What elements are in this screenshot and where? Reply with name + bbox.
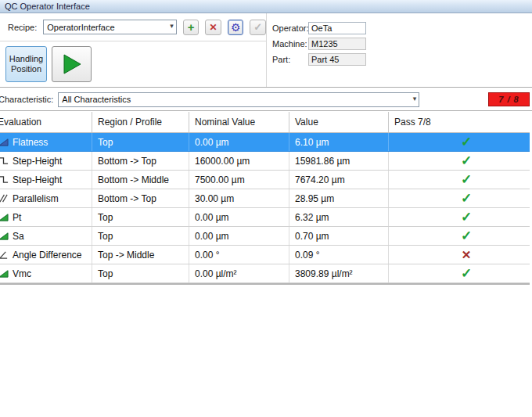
start-measurement-button[interactable] bbox=[52, 46, 92, 82]
column-header-evaluation[interactable]: Evaluation bbox=[0, 112, 92, 132]
nominal-value: 0.00 µm bbox=[195, 212, 229, 223]
evaluation-name: Vmc bbox=[13, 268, 31, 279]
nominal-value: 0.00 ° bbox=[195, 250, 220, 261]
roughness-icon bbox=[0, 268, 9, 279]
step-height-icon bbox=[0, 156, 9, 166]
results-table-body: Flatness Top 0.00 µm 6.10 µm ✓ Step-Heig… bbox=[0, 133, 530, 283]
evaluation-name: Angle Difference bbox=[13, 250, 82, 261]
job-info-section: Operator: OeTa Machine: M1235 Part: Part… bbox=[267, 13, 532, 87]
parallelism-icon bbox=[0, 193, 9, 203]
evaluation-type-icon bbox=[0, 156, 13, 167]
recipe-section: Recipe: OperatorInterface ▾ + ✕ ⚙ ✓ bbox=[0, 13, 267, 87]
evaluation-name: Sa bbox=[13, 231, 24, 242]
measured-value: 6.10 µm bbox=[295, 137, 329, 148]
region-profile: Top bbox=[98, 212, 113, 223]
evaluation-type-icon bbox=[0, 137, 13, 148]
window-title: QC Operator Interface bbox=[5, 2, 90, 11]
measured-value: 15981.86 µm bbox=[295, 156, 350, 167]
characteristic-label: Characteristic: bbox=[0, 95, 53, 104]
operator-field[interactable]: OeTa bbox=[308, 22, 366, 34]
pass-status-icon: ✕ bbox=[462, 248, 472, 262]
operator-row: Operator: OeTa bbox=[272, 22, 532, 34]
machine-field: M1235 bbox=[308, 38, 366, 50]
settings-button[interactable]: ⚙ bbox=[228, 20, 244, 35]
region-profile: Top bbox=[98, 137, 113, 148]
part-field: Part 45 bbox=[308, 53, 366, 66]
characteristic-bar: Characteristic: All Characteristics ▾ 7 … bbox=[0, 88, 532, 110]
nominal-value: 16000.00 µm bbox=[195, 156, 250, 167]
region-profile: Top bbox=[98, 268, 113, 279]
pass-count-badge: 7 / 8 bbox=[488, 92, 530, 106]
table-row[interactable]: Parallelism Bottom -> Top 30.00 µm 28.95… bbox=[0, 189, 530, 208]
recipe-row: Recipe: OperatorInterface ▾ + ✕ ⚙ ✓ bbox=[0, 13, 266, 41]
column-header-pass[interactable]: Pass 7/8 bbox=[389, 112, 530, 132]
pass-status-icon: ✓ bbox=[461, 265, 472, 282]
part-label: Part: bbox=[272, 55, 308, 64]
table-row[interactable]: Vmc Top 0.00 µl/m² 3809.89 µl/m² ✓ bbox=[0, 264, 530, 283]
play-icon bbox=[62, 53, 82, 75]
machine-label: Machine: bbox=[272, 39, 308, 49]
chevron-down-icon: ▾ bbox=[170, 22, 174, 30]
measured-value: 0.09 ° bbox=[295, 250, 320, 261]
region-profile: Top bbox=[98, 231, 113, 242]
measured-value: 6.32 µm bbox=[295, 212, 329, 223]
table-row[interactable]: Flatness Top 0.00 µm 6.10 µm ✓ bbox=[0, 133, 530, 152]
nominal-value: 0.00 µl/m² bbox=[195, 268, 237, 279]
machine-row: Machine: M1235 bbox=[272, 38, 532, 50]
plus-icon: + bbox=[188, 21, 195, 33]
nominal-value: 0.00 µm bbox=[195, 137, 229, 148]
operator-label: Operator: bbox=[272, 23, 308, 33]
characteristic-value: All Characteristics bbox=[62, 95, 131, 104]
chevron-down-icon: ▾ bbox=[413, 95, 417, 102]
recipe-value: OperatorInterface bbox=[47, 23, 114, 32]
add-recipe-button[interactable]: + bbox=[183, 20, 200, 35]
measured-value: 3809.89 µl/m² bbox=[295, 268, 353, 279]
evaluation-name: Parallelism bbox=[13, 193, 59, 204]
region-profile: Bottom -> Top bbox=[98, 156, 156, 167]
characteristic-dropdown[interactable]: All Characteristics ▾ bbox=[58, 92, 419, 107]
handling-position-button[interactable]: Handling Position bbox=[5, 46, 47, 82]
table-row[interactable]: Sa Top 0.00 µm 0.70 µm ✓ bbox=[0, 227, 530, 246]
pass-status-icon: ✓ bbox=[461, 228, 472, 244]
evaluation-type-icon bbox=[0, 231, 13, 242]
column-header-region[interactable]: Region / Profile bbox=[92, 112, 189, 132]
table-row[interactable]: Angle Difference Top -> Middle 0.00 ° 0.… bbox=[0, 246, 530, 264]
pass-status-icon: ✓ bbox=[461, 153, 472, 169]
top-panel: Recipe: OperatorInterface ▾ + ✕ ⚙ ✓ bbox=[0, 13, 532, 87]
evaluation-name: Flatness bbox=[13, 137, 48, 148]
part-row: Part: Part 45 bbox=[272, 53, 532, 66]
window-titlebar[interactable]: QC Operator Interface bbox=[0, 0, 532, 13]
results-table: Evaluation Region / Profile Nominal Valu… bbox=[0, 112, 530, 285]
nominal-value: 0.00 µm bbox=[195, 231, 229, 242]
angle-icon bbox=[0, 250, 9, 260]
region-profile: Top -> Middle bbox=[98, 250, 154, 261]
x-icon: ✕ bbox=[210, 23, 217, 32]
qc-operator-window: QC Operator Interface Recipe: OperatorIn… bbox=[0, 0, 532, 417]
table-row[interactable]: Step-Height Bottom -> Top 16000.00 µm 15… bbox=[0, 152, 530, 171]
evaluation-type-icon bbox=[0, 268, 13, 279]
nominal-value: 7500.00 µm bbox=[195, 174, 245, 185]
measured-value: 28.95 µm bbox=[295, 193, 334, 204]
evaluation-type-icon bbox=[0, 174, 13, 185]
pass-status-icon: ✓ bbox=[461, 171, 472, 188]
step-height-icon bbox=[0, 174, 9, 185]
pass-status-icon: ✓ bbox=[461, 134, 472, 150]
confirm-button[interactable]: ✓ bbox=[250, 20, 266, 35]
results-table-header: Evaluation Region / Profile Nominal Valu… bbox=[0, 112, 530, 133]
flatness-icon bbox=[0, 137, 9, 147]
region-profile: Bottom -> Middle bbox=[98, 174, 169, 185]
handling-row: Handling Position bbox=[0, 41, 266, 86]
measured-value: 0.70 µm bbox=[295, 231, 329, 242]
check-icon: ✓ bbox=[253, 22, 262, 32]
roughness-icon bbox=[0, 231, 9, 241]
column-header-nominal[interactable]: Nominal Value bbox=[189, 112, 289, 132]
table-row[interactable]: Step-Height Bottom -> Middle 7500.00 µm … bbox=[0, 171, 530, 189]
evaluation-name: Pt bbox=[13, 212, 21, 223]
evaluation-name: Step-Height bbox=[13, 174, 62, 185]
recipe-dropdown[interactable]: OperatorInterface ▾ bbox=[43, 20, 177, 34]
column-header-value[interactable]: Value bbox=[289, 112, 389, 132]
evaluation-type-icon bbox=[0, 193, 13, 204]
table-row[interactable]: Pt Top 0.00 µm 6.32 µm ✓ bbox=[0, 208, 530, 227]
recipe-label: Recipe: bbox=[8, 23, 37, 32]
delete-recipe-button[interactable]: ✕ bbox=[205, 20, 221, 35]
